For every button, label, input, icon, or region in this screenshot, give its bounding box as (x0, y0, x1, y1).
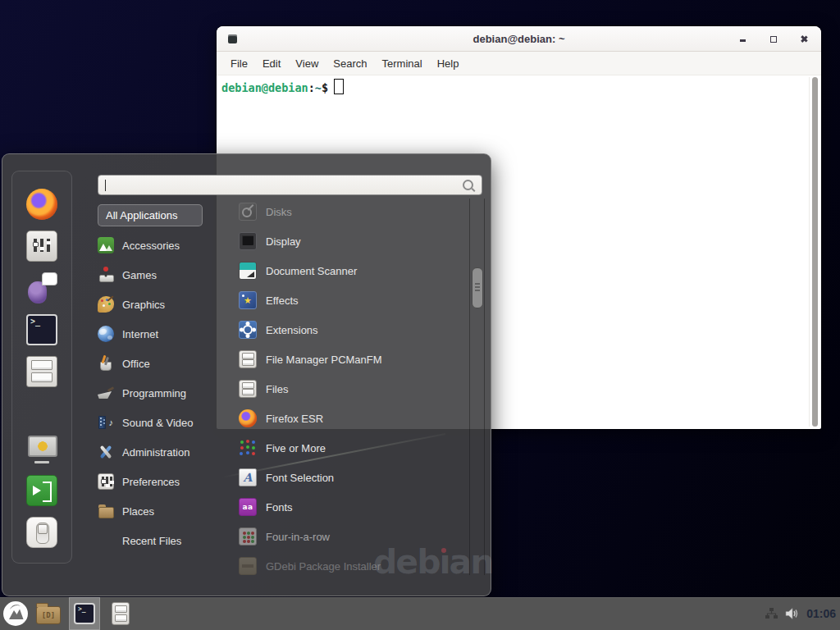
app-label: Font Selection (266, 472, 334, 484)
files-icon (112, 602, 130, 625)
app-item-disks[interactable]: Disks (229, 197, 467, 226)
app-label: Effects (266, 294, 299, 307)
logout-icon (26, 475, 57, 506)
font-selection-icon: A (239, 468, 257, 486)
sound-video-icon: ♪ (98, 414, 114, 431)
office-icon (98, 355, 114, 372)
category-label: Administration (122, 446, 189, 459)
app-label: Five or More (266, 442, 326, 454)
search-icon (463, 180, 473, 190)
category-sound-video[interactable]: ♪Sound & Video (91, 408, 217, 437)
favorites-sidebar (11, 171, 72, 564)
favorite-firefox[interactable] (26, 183, 57, 225)
logout-button[interactable] (26, 469, 57, 511)
text-caret (105, 180, 106, 191)
category-places[interactable]: Places (91, 496, 217, 526)
category-label: Preferences (122, 476, 180, 488)
app-item-four-in-a-row[interactable]: Four-in-a-row (229, 522, 467, 551)
app-list-scrollbar[interactable] (469, 199, 485, 575)
app-label: Fonts (266, 501, 293, 514)
disks-icon (239, 203, 257, 221)
category-label: Graphics (122, 299, 165, 311)
favorite-terminal[interactable] (26, 308, 57, 350)
category-administration[interactable]: Administration (91, 437, 217, 467)
menu-logo-icon (2, 600, 29, 627)
volume-icon[interactable] (785, 607, 800, 620)
app-item-extensions[interactable]: Extensions (229, 315, 467, 345)
app-item-effects[interactable]: ★Effects (229, 285, 467, 315)
application-menu: debıan All ApplicationsAccessoriesGamesG… (2, 153, 491, 596)
favorite-settings[interactable] (26, 225, 57, 267)
firefox-icon (239, 409, 257, 427)
prompt-separator: : (308, 81, 315, 94)
terminal-menubar: FileEditViewSearchTerminalHelp (217, 52, 821, 75)
menubar-terminal[interactable]: Terminal (375, 57, 430, 70)
category-programming[interactable]: Programming (91, 378, 217, 408)
app-item-display[interactable]: Display (229, 226, 467, 256)
lock-screen-button[interactable] (26, 427, 57, 469)
menubar-edit[interactable]: Edit (255, 57, 288, 70)
taskbar-file-manager[interactable] (33, 597, 64, 630)
app-item-files[interactable]: Files (229, 374, 467, 404)
files-icon (239, 380, 257, 398)
menubar-view[interactable]: View (288, 57, 326, 70)
app-label: Four-in-a-row (266, 531, 330, 543)
menu-button[interactable] (2, 600, 29, 627)
category-all-applications[interactable]: All Applications (98, 204, 203, 226)
terminal-title: debian@debian: ~ (217, 33, 821, 45)
terminal-icon (74, 603, 95, 624)
scrollbar-thumb[interactable] (472, 267, 483, 308)
terminal-scrollbar-thumb[interactable] (812, 77, 818, 427)
taskbar-terminal[interactable] (69, 597, 100, 630)
menubar-search[interactable]: Search (326, 57, 374, 70)
category-office[interactable]: Office (91, 349, 217, 378)
terminal-scrollbar[interactable] (809, 77, 819, 427)
close-icon[interactable] (799, 34, 808, 43)
category-label: All Applications (106, 209, 177, 221)
search-box[interactable] (98, 175, 482, 195)
desktop: debian@debian: ~ FileEditViewSearchTermi… (0, 0, 840, 630)
category-label: Internet (122, 328, 158, 340)
category-internet[interactable]: Internet (91, 319, 217, 349)
category-games[interactable]: Games (91, 260, 217, 290)
app-label: Document Scanner (266, 265, 357, 277)
app-item-file-manager-pcmanfm[interactable]: File Manager PCManFM (229, 345, 467, 374)
app-item-five-or-more[interactable]: Five or More (229, 433, 467, 463)
terminal-titlebar[interactable]: debian@debian: ~ (217, 26, 821, 52)
shutdown-button[interactable] (26, 511, 57, 553)
category-label: Sound & Video (122, 417, 194, 429)
category-label: Places (122, 505, 154, 518)
effects-icon: ★ (239, 291, 257, 309)
menubar-file[interactable]: File (223, 57, 255, 70)
menubar-help[interactable]: Help (430, 57, 467, 70)
minimize-icon[interactable] (738, 34, 747, 43)
network-icon[interactable] (765, 607, 778, 620)
category-label: Office (122, 358, 150, 370)
category-accessories[interactable]: Accessories (91, 231, 217, 260)
accessories-icon (98, 237, 114, 253)
display-icon (239, 232, 257, 250)
app-item-font-selection[interactable]: AFont Selection (229, 463, 467, 492)
app-item-fonts[interactable]: aaFonts (229, 492, 467, 522)
app-item-gdebi-package-installer[interactable]: GDebi Package Installer (229, 551, 467, 581)
search-input[interactable] (111, 178, 458, 192)
fonts-icon: aa (239, 498, 257, 516)
category-label: Programming (122, 387, 186, 399)
folder-icon (36, 606, 61, 624)
category-graphics[interactable]: Graphics (91, 290, 217, 319)
clock[interactable]: 01:06 (806, 607, 836, 620)
five-or-more-icon (239, 439, 257, 457)
category-preferences[interactable]: Preferences (91, 467, 217, 496)
app-list: DisksDisplayDocument Scanner★EffectsExte… (229, 197, 467, 581)
taskbar-files[interactable] (105, 597, 136, 630)
app-item-document-scanner[interactable]: Document Scanner (229, 256, 467, 285)
favorite-files[interactable] (26, 350, 57, 392)
app-item-firefox-esr[interactable]: Firefox ESR (229, 404, 467, 433)
preferences-icon (98, 473, 114, 490)
maximize-icon[interactable] (769, 34, 778, 43)
app-label: Extensions (266, 324, 318, 336)
app-label: Display (266, 235, 301, 248)
terminal-icon (26, 314, 57, 345)
category-recent-files[interactable]: Recent Files (91, 526, 217, 555)
favorite-pidgin[interactable] (26, 267, 57, 308)
